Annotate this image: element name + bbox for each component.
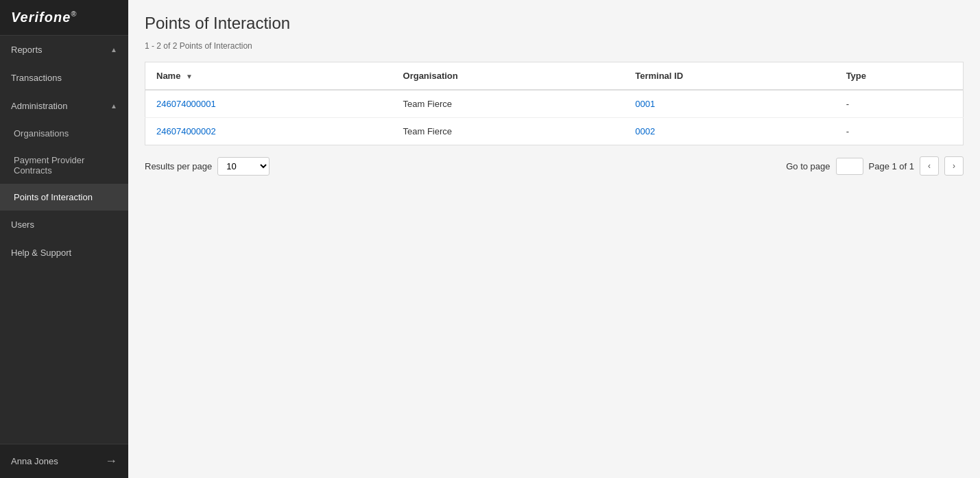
cell-type: - (835, 118, 964, 145)
sidebar-item-label: Points of Interaction (14, 192, 93, 202)
sort-icon: ▼ (186, 73, 193, 80)
points-of-interaction-table: Name ▼ Organisation Terminal ID Type 246… (145, 62, 964, 145)
sidebar-username: Anna Jones (11, 456, 58, 466)
sidebar: Verifone® Reports ▲ Transactions Adminis… (0, 0, 128, 478)
main-content: Points of Interaction 1 - 2 of 2 Points … (128, 0, 980, 478)
sidebar-item-administration[interactable]: Administration ▲ (0, 92, 128, 120)
column-header-type: Type (835, 62, 964, 91)
sidebar-item-label: Transactions (11, 73, 62, 83)
results-per-page-label: Results per page (145, 161, 212, 171)
sidebar-item-label: Administration (11, 101, 67, 111)
goto-page-label: Go to page (786, 161, 830, 171)
chevron-up-icon: ▲ (110, 46, 117, 53)
column-header-organisation: Organisation (392, 62, 625, 91)
sidebar-item-label: Organisations (14, 128, 69, 139)
sidebar-item-label: Payment Provider Contracts (14, 155, 84, 176)
sidebar-footer: Anna Jones → (0, 444, 128, 478)
column-header-terminal-id: Terminal ID (624, 62, 835, 91)
prev-page-button[interactable]: ‹ (920, 156, 939, 176)
cell-organisation: Team Fierce (392, 118, 625, 145)
sidebar-item-transactions[interactable]: Transactions (0, 64, 128, 92)
cell-type: - (835, 90, 964, 118)
page-info: Page 1 of 1 (869, 161, 915, 171)
chevron-up-icon: ▲ (110, 102, 117, 110)
goto-page-input[interactable] (836, 158, 863, 175)
pagination-right: Go to page Page 1 of 1 ‹ › (786, 156, 964, 176)
cell-terminal-id: 0001 (624, 90, 835, 118)
sidebar-item-organisations[interactable]: Organisations (0, 120, 128, 147)
sidebar-item-label: Help & Support (11, 248, 71, 258)
cell-terminal-id: 0002 (624, 118, 835, 145)
pagination-bar: Results per page 10 25 50 100 Go to page… (145, 156, 964, 176)
record-count: 1 - 2 of 2 Points of Interaction (145, 41, 964, 51)
table-header-row: Name ▼ Organisation Terminal ID Type (145, 62, 964, 91)
cell-name[interactable]: 246074000001 (145, 90, 392, 118)
logo-text: Verifone® (11, 10, 77, 25)
column-header-name[interactable]: Name ▼ (145, 62, 392, 91)
sidebar-item-reports[interactable]: Reports ▲ (0, 36, 128, 64)
sidebar-item-label: Users (11, 219, 34, 230)
cell-name[interactable]: 246074000002 (145, 118, 392, 145)
sidebar-item-users[interactable]: Users (0, 211, 128, 239)
results-per-page-select[interactable]: 10 25 50 100 (217, 157, 270, 176)
sidebar-item-points-of-interaction[interactable]: Points of Interaction (0, 184, 128, 211)
sidebar-item-label: Reports (11, 45, 43, 55)
sidebar-item-help-support[interactable]: Help & Support (0, 239, 128, 267)
page-title: Points of Interaction (145, 14, 964, 33)
logout-icon[interactable]: → (105, 454, 117, 468)
sidebar-logo: Verifone® (0, 0, 128, 36)
cell-organisation: Team Fierce (392, 90, 625, 118)
sidebar-item-payment-provider-contracts[interactable]: Payment Provider Contracts (0, 147, 128, 184)
table-row: 246074000002Team Fierce0002- (145, 118, 964, 145)
table-row: 246074000001Team Fierce0001- (145, 90, 964, 118)
table-body: 246074000001Team Fierce0001-246074000002… (145, 90, 964, 145)
next-page-button[interactable]: › (944, 156, 964, 176)
